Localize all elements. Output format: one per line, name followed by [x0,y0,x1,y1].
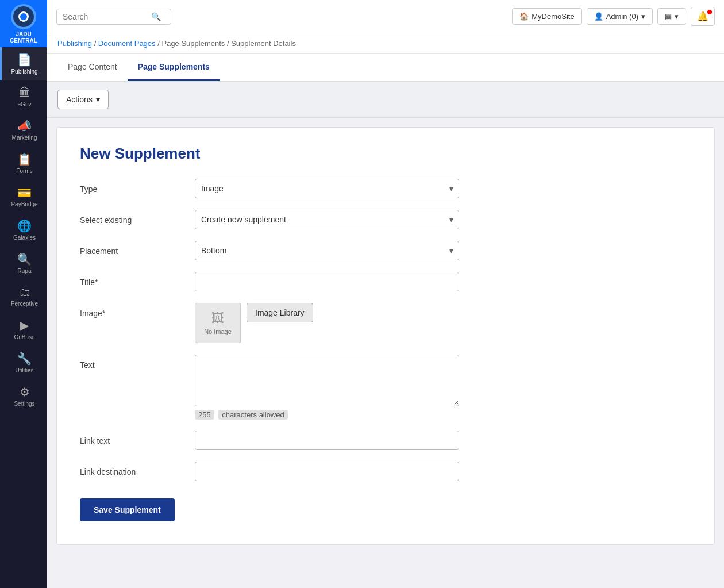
breadcrumb-sep1: / [94,39,98,48]
sidebar-item-galaxies[interactable]: 🌐 Galaxies [0,213,47,247]
actions-button[interactable]: Actions ▾ [57,90,109,109]
toolbar: Actions ▾ [47,82,724,118]
placement-control: Top Bottom Left Right [195,241,459,260]
breadcrumb-supplement-details: Supplement Details [231,39,296,48]
placement-select[interactable]: Top Bottom Left Right [195,241,459,260]
select-existing-label: Select existing [80,210,195,225]
type-select[interactable]: Image Text Link [195,179,459,198]
select-existing-select[interactable]: Create new supplement [195,210,459,229]
galaxies-icon: 🌐 [17,219,32,233]
perceptive-icon: 🗂 [19,286,30,299]
link-text-input[interactable] [195,431,459,450]
site-button[interactable]: 🏠 MyDemoSite [512,8,581,25]
actions-chevron-icon: ▾ [96,95,100,104]
sidebar: JADU CENTRAL 📄 Publishing 🏛 eGov 📣 Marke… [0,0,47,588]
save-supplement-button[interactable]: Save Supplement [80,498,175,521]
publishing-icon: 📄 [17,53,32,67]
text-row: Text 255 characters allowed [80,355,691,419]
select-existing-row: Select existing Create new supplement [80,210,691,229]
chevron-down-icon-cms: ▾ [675,12,679,21]
title-control [195,272,459,291]
text-control: 255 characters allowed [195,355,459,419]
link-destination-control [195,462,459,481]
breadcrumb-page-supplements: Page Supplements [161,39,225,48]
search-icon: 🔍 [151,12,161,21]
image-placeholder: 🖼 No Image [195,303,241,343]
notification-dot [707,10,712,14]
sidebar-item-settings[interactable]: ⚙ Settings [0,379,47,413]
title-label: Title* [80,272,195,287]
sidebar-item-forms[interactable]: 📋 Forms [0,147,47,180]
egov-icon: 🏛 [19,86,30,99]
breadcrumb-document-pages[interactable]: Document Pages [98,39,156,48]
site-icon: 🏠 [519,12,529,21]
tab-page-content[interactable]: Page Content [57,54,128,81]
char-limit: 255 [195,410,214,420]
logo-circle [11,4,36,29]
sidebar-item-onbase[interactable]: ▶ OnBase [0,313,47,346]
image-library-button[interactable]: Image Library [247,303,313,322]
link-destination-row: Link destination [80,462,691,481]
title-row: Title* [80,272,691,291]
sidebar-item-marketing[interactable]: 📣 Marketing [0,113,47,147]
admin-icon: 👤 [594,12,603,21]
settings-icon: ⚙ [20,385,30,399]
type-row: Type Image Text Link [80,179,691,198]
breadcrumb: Publishing / Document Pages / Page Suppl… [47,33,724,54]
sidebar-logo: JADU CENTRAL [0,0,47,47]
select-existing-control: Create new supplement [195,210,459,229]
image-label: Image* [80,303,195,318]
tabs: Page Content Page Supplements [47,54,724,82]
breadcrumb-publishing[interactable]: Publishing [57,39,92,48]
placement-label: Placement [80,241,195,256]
utilities-icon: 🔧 [17,352,32,366]
link-text-row: Link text [80,431,691,450]
logo-inner [18,11,29,22]
link-destination-label: Link destination [80,462,195,476]
main-content: 🔍 🏠 MyDemoSite 👤 Admin (0) ▾ ▤ ▾ 🔔 [47,0,724,588]
link-text-control [195,431,459,450]
form-title: New Supplement [80,145,691,163]
sidebar-item-rupa[interactable]: 🔍 Rupa [0,247,47,280]
search-box: 🔍 [56,9,171,25]
link-destination-input[interactable] [195,462,459,481]
image-row: Image* 🖼 No Image Image Library [80,303,691,343]
topbar-right: 🏠 MyDemoSite 👤 Admin (0) ▾ ▤ ▾ 🔔 [512,7,715,26]
text-label: Text [80,355,195,370]
page-area: Publishing / Document Pages / Page Suppl… [47,33,724,588]
notification-icon: 🔔 [697,11,708,21]
brand-name: JADU CENTRAL [10,31,37,44]
placement-row: Placement Top Bottom Left Right [80,241,691,260]
search-input[interactable] [63,12,149,21]
chevron-down-icon: ▾ [641,12,645,21]
sidebar-item-publishing[interactable]: 📄 Publishing [0,47,47,80]
link-text-label: Link text [80,431,195,445]
no-image-text: No Image [204,328,232,335]
text-textarea[interactable] [195,355,459,406]
paybridge-icon: 💳 [17,186,32,199]
image-control: 🖼 No Image Image Library [195,303,459,343]
sidebar-item-utilities[interactable]: 🔧 Utilities [0,346,47,379]
tab-page-supplements[interactable]: Page Supplements [128,54,220,81]
forms-icon: 📋 [17,152,32,166]
sidebar-item-egov[interactable]: 🏛 eGov [0,80,47,113]
sidebar-item-paybridge[interactable]: 💳 PayBridge [0,180,47,213]
type-control: Image Text Link [195,179,459,198]
cms-button[interactable]: ▤ ▾ [657,8,686,25]
marketing-icon: 📣 [17,119,32,133]
notification-button[interactable]: 🔔 [691,7,715,26]
admin-button[interactable]: 👤 Admin (0) ▾ [587,8,653,25]
char-count: 255 characters allowed [195,410,459,419]
no-image-icon: 🖼 [211,311,224,326]
sidebar-item-perceptive[interactable]: 🗂 Perceptive [0,280,47,313]
onbase-icon: ▶ [20,318,29,332]
rupa-icon: 🔍 [17,252,32,266]
type-label: Type [80,179,195,194]
form-card: New Supplement Type Image Text Link Sele… [56,127,715,545]
topbar: 🔍 🏠 MyDemoSite 👤 Admin (0) ▾ ▤ ▾ 🔔 [47,0,724,33]
char-label: characters allowed [218,410,287,420]
title-input[interactable] [195,272,459,291]
